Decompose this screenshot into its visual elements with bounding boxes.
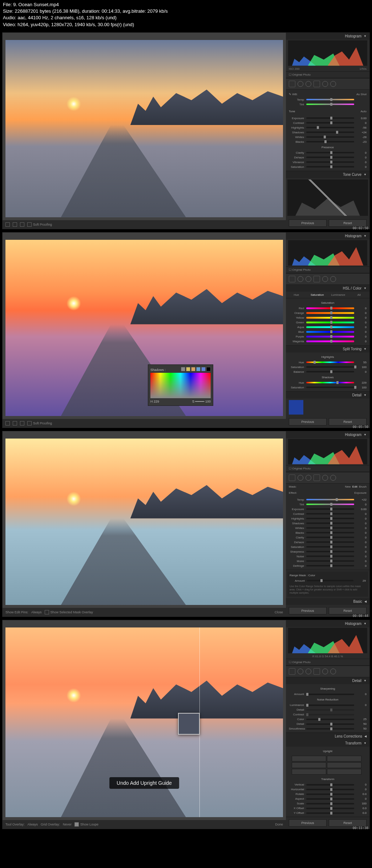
blue-slider[interactable] — [306, 331, 354, 333]
detail-header[interactable]: Detail▼ — [286, 677, 369, 684]
previous-button[interactable]: Previous — [289, 819, 327, 827]
all-tab[interactable]: All — [349, 292, 370, 298]
grad-filter-icon[interactable] — [314, 276, 320, 282]
split-toning-header[interactable]: Split Toning▼ — [286, 346, 369, 352]
upright-level[interactable] — [327, 762, 361, 768]
radial-filter-icon[interactable] — [322, 669, 328, 674]
spot-removal-icon[interactable] — [298, 475, 303, 481]
show-pins-dropdown[interactable]: Always — [31, 610, 42, 614]
original-photo-toggle[interactable]: ☐ Original Photo — [286, 659, 369, 665]
nr-color-detail-slider[interactable] — [306, 723, 354, 725]
spot-removal-icon[interactable] — [298, 81, 303, 87]
brush-tool-icon[interactable] — [330, 669, 336, 674]
wb-dropdown[interactable]: As Shot — [356, 93, 367, 96]
mask-new[interactable]: New — [345, 485, 351, 488]
green-slider[interactable] — [306, 322, 354, 323]
red-slider[interactable] — [306, 307, 354, 309]
histogram-display[interactable] — [288, 40, 367, 66]
hsl-header[interactable]: HSL / Color▼ — [286, 285, 369, 292]
adj-clarity-slider[interactable] — [306, 537, 354, 538]
image-preview[interactable] — [5, 240, 283, 416]
highlights-slider[interactable] — [306, 127, 354, 128]
image-preview[interactable] — [5, 40, 283, 217]
histogram-header[interactable]: Histogram▼ — [286, 431, 369, 438]
view-mode-icon[interactable] — [5, 421, 10, 425]
view-mode-icon[interactable] — [13, 222, 17, 227]
adj-highlights-slider[interactable] — [306, 518, 354, 519]
contrast-slider[interactable] — [306, 122, 354, 124]
crop-tool-icon[interactable] — [289, 475, 295, 481]
saturation-slider[interactable] — [306, 166, 354, 167]
purple-slider[interactable] — [306, 336, 354, 338]
color-picker-popup[interactable]: Shadows : H 229 S ━━━━━ 100 — [148, 364, 213, 406]
adj-whites-slider[interactable] — [306, 527, 354, 529]
saturation-tab[interactable]: Saturation — [307, 292, 328, 298]
adj-tint-slider[interactable] — [306, 504, 354, 505]
adj-dehaze-slider[interactable] — [306, 541, 354, 543]
redeye-tool-icon[interactable] — [306, 81, 311, 87]
histogram-header[interactable]: Histogram▼ — [286, 233, 369, 239]
shadow-hue-slider[interactable] — [306, 382, 354, 383]
exposure-slider[interactable] — [306, 117, 354, 119]
histogram-display[interactable] — [288, 628, 367, 653]
brush-tool-icon[interactable] — [330, 475, 336, 481]
original-photo-toggle[interactable]: ☐ Original Photo — [286, 266, 369, 273]
orange-slider[interactable] — [306, 312, 354, 314]
vibrance-slider[interactable] — [306, 161, 354, 163]
soft-proofing-checkbox[interactable]: Soft Proofing — [27, 222, 52, 227]
nr-luminance-slider[interactable] — [306, 705, 354, 706]
brush-tool-icon[interactable] — [330, 81, 336, 87]
swatch-preset[interactable] — [191, 367, 195, 371]
scale-slider[interactable] — [306, 803, 354, 804]
close-button[interactable]: Close — [275, 610, 283, 614]
highlight-sat-slider[interactable] — [306, 366, 354, 368]
show-overlay-checkbox[interactable]: Show Selected Mask Overlay — [45, 610, 93, 614]
blacks-slider[interactable] — [306, 141, 354, 142]
shadow-sat-slider[interactable] — [306, 387, 354, 388]
upright-guided[interactable] — [327, 756, 361, 762]
reset-button[interactable]: Reset — [329, 607, 367, 614]
original-photo-toggle[interactable]: ☐ Original Photo — [286, 71, 369, 78]
dehaze-slider[interactable] — [306, 157, 354, 158]
detail-preview-thumbnail[interactable] — [289, 400, 303, 415]
mask-brush[interactable]: Brush — [359, 485, 367, 488]
effect-dropdown[interactable]: Exposure — [354, 491, 367, 494]
radial-filter-icon[interactable] — [322, 81, 328, 87]
adj-exposure-slider[interactable] — [306, 508, 354, 510]
sharpen-amount-slider[interactable] — [306, 694, 354, 695]
nr-detail-slider[interactable] — [306, 709, 354, 711]
tone-curve-header[interactable]: Tone Curve▼ — [286, 171, 369, 178]
spot-removal-icon[interactable] — [298, 276, 303, 282]
redeye-tool-icon[interactable] — [306, 475, 311, 481]
shadows-slider[interactable] — [306, 132, 354, 133]
nr-color-slider[interactable] — [306, 719, 354, 720]
grad-filter-icon[interactable] — [314, 668, 320, 675]
whites-slider[interactable] — [306, 136, 354, 138]
done-button[interactable]: Done — [275, 823, 283, 826]
reset-button[interactable]: Reset — [329, 418, 367, 425]
tint-slider[interactable] — [306, 104, 354, 105]
adj-shadows-slider[interactable] — [306, 522, 354, 524]
nr-contrast-slider[interactable] — [306, 714, 354, 715]
basic-header[interactable]: Basic◀ — [286, 598, 369, 605]
show-loupe-checkbox[interactable]: Show Loupe — [74, 822, 98, 827]
aqua-slider[interactable] — [306, 326, 354, 328]
swatch-black[interactable] — [206, 367, 211, 371]
transform-header[interactable]: Transform▼ — [286, 740, 369, 747]
horizontal-slider[interactable] — [306, 789, 354, 790]
histogram-header[interactable]: Histogram▼ — [286, 620, 369, 627]
image-preview[interactable] — [5, 439, 283, 605]
reset-button[interactable]: Reset — [329, 819, 367, 827]
xoffset-slider[interactable] — [306, 808, 354, 809]
color-spectrum[interactable] — [150, 373, 211, 398]
image-preview[interactable]: Undo Add Upright Guide — [5, 627, 283, 817]
grad-filter-icon[interactable] — [314, 475, 320, 481]
swatch-preset[interactable] — [201, 367, 206, 371]
histogram-display[interactable] — [288, 240, 367, 266]
histogram-display[interactable] — [288, 439, 367, 464]
tone-curve-editor[interactable] — [287, 179, 368, 216]
magenta-slider[interactable] — [306, 340, 354, 342]
yellow-slider[interactable] — [306, 317, 354, 319]
auto-tone-button[interactable]: Auto — [361, 110, 367, 113]
view-mode-icon[interactable] — [20, 421, 24, 425]
